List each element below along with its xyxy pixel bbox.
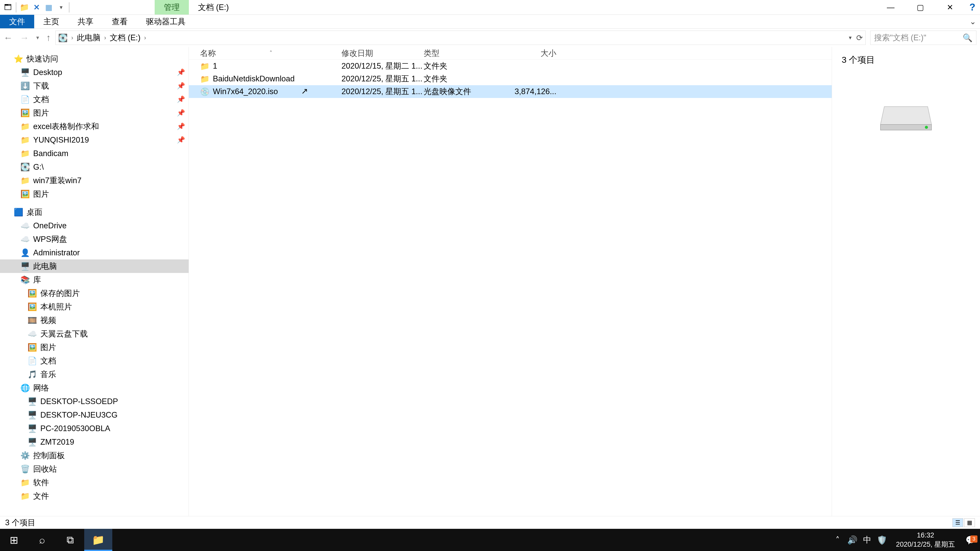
app-icon: 🗔 bbox=[2, 2, 14, 13]
file-row[interactable]: 📁 BaiduNetdiskDownload 2020/12/25, 星期五 1… bbox=[189, 73, 832, 85]
file-row[interactable]: 📁 1 2020/12/15, 星期二 1... 文件夹 bbox=[189, 60, 832, 73]
desktop-icon: 🟦 bbox=[13, 208, 24, 217]
details-view-button[interactable]: ☰ bbox=[953, 518, 963, 527]
breadcrumb-this-pc[interactable]: 此电脑 bbox=[77, 32, 100, 43]
drive-icon: 💽 bbox=[58, 33, 68, 42]
action-center-button[interactable]: 💬3 bbox=[962, 535, 980, 545]
taskbar-clock[interactable]: 16:32 2020/12/25, 星期五 bbox=[889, 531, 962, 549]
tree-item[interactable]: 📁 软件 bbox=[0, 476, 189, 489]
tree-item[interactable]: 📁 Bandicam bbox=[0, 147, 189, 160]
breadcrumb-dropdown-icon[interactable]: ▾ bbox=[849, 35, 852, 41]
breadcrumb[interactable]: 💽 › 此电脑 › 文档 (E:) › ▾ ⟳ bbox=[56, 30, 865, 45]
properties-icon[interactable]: 📁 bbox=[18, 2, 30, 13]
security-icon[interactable]: 🛡️ bbox=[875, 535, 889, 545]
minimize-button[interactable]: — bbox=[876, 0, 905, 14]
tree-desktop-root[interactable]: 🟦 桌面 bbox=[0, 205, 189, 219]
pin-icon: 📌 bbox=[177, 122, 185, 130]
tree-item[interactable]: 🖥️ Desktop📌 bbox=[0, 65, 189, 79]
explorer-body: ⭐ 快速访问 🖥️ Desktop📌 ⬇️ 下载📌 📄 文档📌 🖼️ 图片📌 📁… bbox=[0, 47, 980, 516]
column-header-name[interactable]: 名称 ˄ bbox=[189, 48, 342, 59]
help-button[interactable]: ? bbox=[965, 0, 980, 14]
volume-icon[interactable]: 🔊 bbox=[845, 535, 860, 545]
tree-item[interactable]: 📁 excel表格制作求和📌 bbox=[0, 120, 189, 133]
tree-item[interactable]: ☁️ OneDrive bbox=[0, 219, 189, 232]
tree-item[interactable]: ⚙️ 控制面板 bbox=[0, 449, 189, 462]
refresh-icon[interactable]: ⟳ bbox=[856, 33, 863, 43]
tree-item[interactable]: ☁️ 天翼云盘下载 bbox=[0, 327, 189, 341]
tree-item[interactable]: 🖥️ ZMT2019 bbox=[0, 435, 189, 449]
tree-item[interactable]: 👤 Administrator bbox=[0, 246, 189, 259]
forward-button[interactable]: → bbox=[20, 32, 29, 43]
ribbon-tab-view[interactable]: 查看 bbox=[103, 15, 137, 28]
column-header-type[interactable]: 类型 bbox=[424, 48, 493, 59]
qat-dropdown-icon[interactable]: ▾ bbox=[55, 2, 67, 13]
file-icon: 📁 bbox=[200, 75, 209, 83]
tree-item[interactable]: 📁 win7重装win7 bbox=[0, 174, 189, 187]
file-icon: 💿 bbox=[200, 87, 209, 96]
tree-item[interactable]: 🖼️ 图片📌 bbox=[0, 106, 189, 120]
chevron-right-icon[interactable]: › bbox=[70, 34, 74, 41]
tree-item[interactable]: 🗑️ 回收站 bbox=[0, 462, 189, 476]
task-view-button[interactable]: ⧉ bbox=[56, 529, 84, 551]
tree-quick-access[interactable]: ⭐ 快速访问 bbox=[0, 52, 189, 65]
tree-item[interactable]: 🖥️ DESKTOP-NJEU3CG bbox=[0, 408, 189, 422]
tree-item-label: YUNQISHI2019 bbox=[33, 135, 89, 144]
tree-item[interactable]: ⬇️ 下载📌 bbox=[0, 79, 189, 93]
ribbon-tab-drive-tools[interactable]: 驱动器工具 bbox=[137, 15, 195, 28]
column-header-size[interactable]: 大小 bbox=[493, 48, 566, 59]
tree-item[interactable]: 🖼️ 保存的图片 bbox=[0, 286, 189, 300]
tree-item[interactable]: 🖼️ 图片 bbox=[0, 187, 189, 201]
tree-item[interactable]: ☁️ WPS网盘 bbox=[0, 232, 189, 246]
breadcrumb-drive[interactable]: 文档 (E:) bbox=[110, 32, 141, 43]
ribbon-tab-share[interactable]: 共享 bbox=[68, 15, 103, 28]
tree-item[interactable]: 📄 文档 bbox=[0, 354, 189, 368]
tree-item[interactable]: 🎞️ 视频 bbox=[0, 313, 189, 327]
delete-icon[interactable]: ✕ bbox=[30, 2, 42, 13]
nav-tree[interactable]: ⭐ 快速访问 🖥️ Desktop📌 ⬇️ 下载📌 📄 文档📌 🖼️ 图片📌 📁… bbox=[0, 47, 189, 516]
tree-item-icon: 🖼️ bbox=[20, 189, 30, 198]
new-folder-icon[interactable]: ▦ bbox=[43, 2, 55, 13]
history-dropdown-icon[interactable]: ▾ bbox=[36, 35, 39, 41]
contextual-tab-manage[interactable]: 管理 bbox=[155, 0, 189, 14]
up-button[interactable]: ↑ bbox=[46, 32, 51, 43]
ribbon-tab-home[interactable]: 主页 bbox=[34, 15, 68, 28]
tree-item[interactable]: 💽 G:\ bbox=[0, 160, 189, 174]
thumbnails-view-button[interactable]: ▦ bbox=[964, 518, 975, 527]
tray-overflow-icon[interactable]: ˄ bbox=[830, 535, 845, 545]
tree-item[interactable]: 🖥️ DESKTOP-LSSOEDP bbox=[0, 395, 189, 408]
ribbon-tab-file[interactable]: 文件 bbox=[0, 15, 34, 28]
pin-icon: 📌 bbox=[177, 109, 185, 117]
file-row[interactable]: 💿 Win7x64_2020.iso 2020/12/25, 星期五 1... … bbox=[189, 85, 832, 98]
maximize-button[interactable]: ▢ bbox=[905, 0, 935, 14]
chevron-right-icon[interactable]: › bbox=[143, 34, 147, 41]
search-icon[interactable]: 🔍 bbox=[963, 33, 973, 43]
tree-item[interactable]: 🖥️ PC-20190530OBLA bbox=[0, 422, 189, 435]
search-input[interactable]: 搜索"文档 (E:)" 🔍 bbox=[870, 30, 977, 45]
chevron-right-icon[interactable]: › bbox=[103, 34, 107, 41]
tree-item[interactable]: 📁 YUNQISHI2019📌 bbox=[0, 133, 189, 147]
start-button[interactable]: ⊞ bbox=[0, 529, 28, 551]
tree-item[interactable]: 📚 库 bbox=[0, 273, 189, 286]
tree-item[interactable]: 📄 文档📌 bbox=[0, 93, 189, 106]
tree-label: 快速访问 bbox=[27, 54, 58, 64]
back-button[interactable]: ← bbox=[3, 32, 13, 43]
search-button[interactable]: ⌕ bbox=[28, 529, 56, 551]
tree-network[interactable]: 🌐 网络 bbox=[0, 381, 189, 395]
tree-item[interactable]: 🖼️ 图片 bbox=[0, 341, 189, 354]
tree-item[interactable]: 📁 文件 bbox=[0, 489, 189, 503]
tree-item[interactable]: 🖥️ 此电脑 bbox=[0, 259, 189, 273]
taskbar-explorer[interactable]: 📁 bbox=[84, 529, 112, 551]
column-header-date[interactable]: 修改日期 bbox=[342, 48, 424, 59]
sort-asc-icon: ˄ bbox=[269, 50, 272, 57]
tree-item[interactable]: 🖼️ 本机照片 bbox=[0, 300, 189, 313]
pin-icon: 📌 bbox=[177, 82, 185, 90]
ribbon-expand-icon[interactable]: ⌄ bbox=[966, 15, 980, 28]
tree-item-icon: 📁 bbox=[20, 149, 30, 158]
tree-item[interactable]: 🎵 音乐 bbox=[0, 368, 189, 381]
close-button[interactable]: ✕ bbox=[935, 0, 965, 14]
svg-point-2 bbox=[925, 126, 928, 129]
ime-indicator[interactable]: 中 bbox=[860, 534, 875, 546]
tree-item-icon: 📄 bbox=[20, 95, 30, 104]
titlebar: 🗔 📁 ✕ ▦ ▾ 管理 文档 (E:) — ▢ ✕ ? bbox=[0, 0, 980, 15]
notification-badge: 3 bbox=[970, 535, 977, 543]
